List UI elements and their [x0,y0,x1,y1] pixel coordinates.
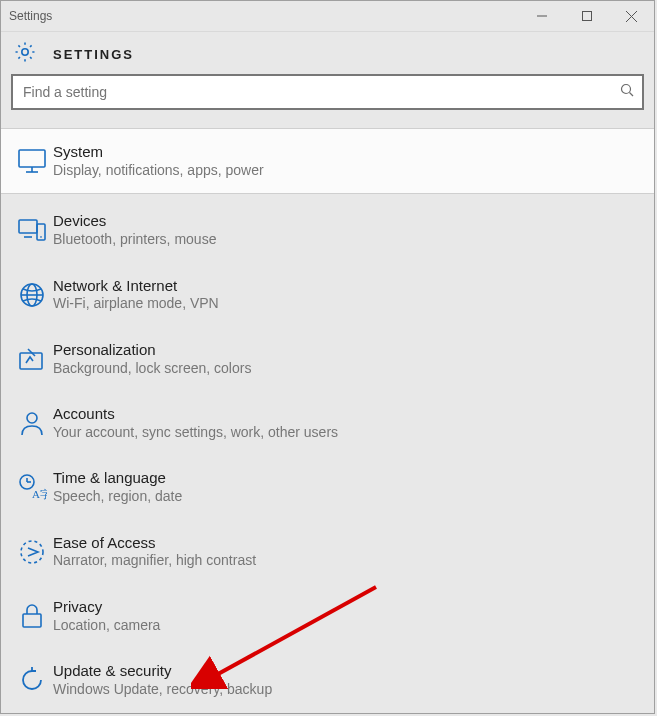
item-update-security[interactable]: Update & security Windows Update, recove… [1,648,654,712]
page-title: SETTINGS [53,47,134,62]
svg-rect-7 [19,150,45,167]
item-text: Update & security Windows Update, recove… [53,662,644,698]
svg-rect-25 [23,614,41,627]
item-ease-of-access[interactable]: Ease of Access Narrator, magnifier, high… [1,520,654,584]
item-system[interactable]: System Display, notifications, apps, pow… [1,128,654,194]
close-icon [626,11,637,22]
svg-point-5 [622,85,631,94]
item-text: Privacy Location, camera [53,598,644,634]
minimize-button[interactable] [519,1,564,31]
settings-list: System Display, notifications, apps, pow… [1,120,654,712]
item-privacy[interactable]: Privacy Location, camera [1,584,654,648]
close-button[interactable] [609,1,654,31]
item-title: Time & language [53,469,644,488]
item-title: Update & security [53,662,644,681]
maximize-icon [582,11,592,21]
item-text: Devices Bluetooth, printers, mouse [53,212,644,248]
item-personalization[interactable]: Personalization Background, lock screen,… [1,327,654,391]
item-title: System [53,143,644,162]
item-title: Ease of Access [53,534,644,553]
globe-icon [11,281,53,309]
devices-icon [11,217,53,243]
search-input[interactable] [13,84,642,100]
ease-of-access-icon [11,538,53,566]
svg-point-4 [22,49,28,55]
item-subtitle: Display, notifications, apps, power [53,162,644,180]
window-title: Settings [9,9,52,23]
item-network[interactable]: Network & Internet Wi-Fi, airplane mode,… [1,263,654,327]
svg-text:A字: A字 [32,488,47,500]
item-text: System Display, notifications, apps, pow… [53,143,644,179]
settings-window: Settings SETTINGS [0,0,655,714]
update-icon [11,666,53,694]
item-accounts[interactable]: Accounts Your account, sync settings, wo… [1,391,654,455]
item-subtitle: Wi-Fi, airplane mode, VPN [53,295,644,313]
search-icon [620,83,634,101]
item-subtitle: Bluetooth, printers, mouse [53,231,644,249]
maximize-button[interactable] [564,1,609,31]
svg-point-19 [27,413,37,423]
window-controls [519,1,654,31]
item-devices[interactable]: Devices Bluetooth, printers, mouse [1,198,654,262]
item-title: Personalization [53,341,644,360]
search-box[interactable] [11,74,644,110]
item-subtitle: Narrator, magnifier, high contrast [53,552,644,570]
item-subtitle: Location, camera [53,617,644,635]
item-title: Devices [53,212,644,231]
item-time-language[interactable]: A字 Time & language Speech, region, date [1,455,654,519]
svg-rect-10 [19,220,37,233]
item-text: Network & Internet Wi-Fi, airplane mode,… [53,277,644,313]
item-subtitle: Background, lock screen, colors [53,360,644,378]
search-wrap [1,74,654,120]
item-subtitle: Windows Update, recovery, backup [53,681,644,699]
svg-line-6 [630,93,634,97]
accounts-icon [11,409,53,437]
item-text: Ease of Access Narrator, magnifier, high… [53,534,644,570]
item-title: Network & Internet [53,277,644,296]
item-title: Accounts [53,405,644,424]
item-subtitle: Speech, region, date [53,488,644,506]
item-text: Accounts Your account, sync settings, wo… [53,405,644,441]
item-title: Privacy [53,598,644,617]
system-icon [11,148,53,174]
item-subtitle: Your account, sync settings, work, other… [53,424,644,442]
svg-rect-17 [20,353,42,369]
gear-icon [13,40,37,68]
personalization-icon [11,346,53,372]
svg-rect-1 [582,12,591,21]
item-text: Personalization Background, lock screen,… [53,341,644,377]
header: SETTINGS [1,32,654,74]
item-text: Time & language Speech, region, date [53,469,644,505]
titlebar: Settings [1,1,654,32]
time-language-icon: A字 [11,473,53,501]
minimize-icon [537,11,547,21]
lock-icon [11,602,53,630]
